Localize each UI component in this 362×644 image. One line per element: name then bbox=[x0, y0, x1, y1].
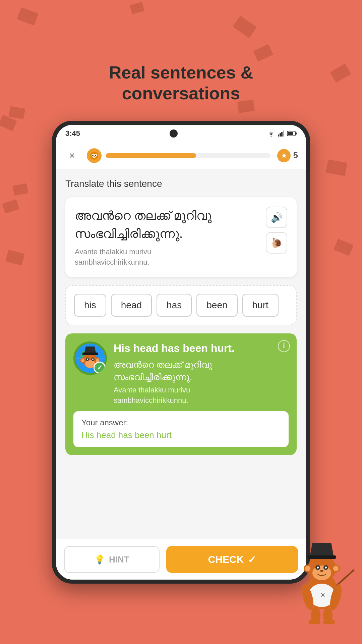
bottom-bar: 💡 HINT CHECK ✓ bbox=[56, 539, 306, 580]
confetti-extra-3 bbox=[2, 199, 19, 214]
svg-point-20 bbox=[87, 359, 88, 360]
svg-point-8 bbox=[90, 152, 98, 160]
svg-point-0 bbox=[270, 136, 272, 137]
mascot-figure: × bbox=[288, 530, 355, 624]
svg-rect-43 bbox=[308, 555, 336, 559]
svg-point-12 bbox=[95, 155, 96, 156]
your-answer-text: His head has been hurt bbox=[81, 430, 281, 440]
check-icon: ✓ bbox=[248, 554, 256, 566]
audio-button[interactable]: 🔊 bbox=[266, 207, 287, 228]
wifi-icon bbox=[267, 130, 275, 137]
coins-container: ★ 5 bbox=[277, 149, 298, 162]
feedback-correct-text: His head has been hurt. bbox=[114, 341, 289, 356]
hint-button[interactable]: 💡 HINT bbox=[64, 546, 160, 573]
progress-bar-bg bbox=[106, 153, 270, 158]
your-answer-box: Your answer: His head has been hurt bbox=[73, 411, 289, 447]
status-bar: 3:45 bbox=[56, 125, 306, 142]
svg-line-45 bbox=[337, 570, 354, 585]
svg-point-23 bbox=[81, 359, 84, 362]
progress-icon bbox=[87, 148, 102, 163]
feedback-card: i bbox=[65, 333, 297, 455]
confetti-4 bbox=[9, 106, 25, 119]
headline: Real sentences & conversations bbox=[0, 62, 362, 104]
main-content: Translate this sentence അവൻറെ തലക്ക് മുറ… bbox=[56, 169, 306, 580]
svg-point-38 bbox=[320, 570, 323, 572]
sentence-text: അവൻറെ തലക്ക് മുറിവു സംഭവിച്ചിരിക്കുന്നു.… bbox=[75, 207, 260, 268]
slow-audio-button[interactable]: 🐌 bbox=[266, 232, 287, 254]
progress-container bbox=[87, 148, 270, 163]
word-tile-head[interactable]: head bbox=[111, 294, 152, 317]
svg-rect-1 bbox=[278, 135, 279, 137]
time-display: 3:45 bbox=[65, 129, 80, 138]
svg-point-36 bbox=[317, 567, 319, 569]
hint-label: HINT bbox=[109, 554, 129, 565]
svg-rect-3 bbox=[281, 132, 283, 137]
svg-rect-6 bbox=[288, 132, 293, 135]
close-button[interactable]: × bbox=[64, 148, 80, 164]
your-answer-label: Your answer: bbox=[81, 418, 281, 427]
progress-bar-fill bbox=[106, 153, 196, 158]
top-nav: × ★ 5 bbox=[56, 142, 306, 169]
svg-point-11 bbox=[92, 155, 94, 156]
hint-icon: 💡 bbox=[94, 554, 105, 565]
phone-frame: 3:45 bbox=[52, 121, 310, 584]
coin-icon: ★ bbox=[277, 149, 291, 162]
svg-point-40 bbox=[305, 566, 310, 571]
sentence-card: അവൻറെ തലക്ക് മുറിവു സംഭവിച്ചിരിക്കുന്നു.… bbox=[65, 197, 297, 277]
word-tiles-area: hisheadhasbeenhurt bbox=[65, 285, 297, 325]
confetti-extra-4 bbox=[334, 239, 353, 256]
svg-point-21 bbox=[92, 359, 94, 360]
camera-notch bbox=[170, 129, 178, 138]
confetti-0 bbox=[17, 7, 39, 26]
confetti-8 bbox=[5, 250, 25, 266]
status-icons bbox=[267, 130, 297, 137]
confetti-extra-2 bbox=[326, 159, 347, 176]
feedback-text: His head has been hurt. അവൻറെ തലക്ക് മുറ… bbox=[114, 341, 289, 406]
svg-marker-27 bbox=[84, 346, 96, 353]
svg-point-42 bbox=[333, 566, 339, 571]
phone-screen: 3:45 bbox=[56, 125, 306, 580]
svg-marker-44 bbox=[310, 543, 334, 555]
check-badge: ✓ bbox=[94, 362, 106, 374]
confetti-3 bbox=[253, 44, 273, 62]
word-tile-his[interactable]: his bbox=[74, 294, 106, 317]
battery-icon bbox=[287, 130, 297, 137]
svg-rect-26 bbox=[82, 353, 98, 355]
feedback-romanized: Avante thalakku murivu sambhavicchirikku… bbox=[114, 385, 289, 406]
feedback-translation: അവൻറെ തലക്ക് മുറിവു സംഭവിച്ചിരിക്കുന്നു. bbox=[114, 359, 289, 383]
check-button[interactable]: CHECK ✓ bbox=[166, 546, 298, 573]
sentence-malayalam: അവൻറെ തലക്ക് മുറിവു സംഭവിച്ചിരിക്കുന്നു. bbox=[75, 207, 260, 243]
check-label: CHECK bbox=[208, 554, 244, 565]
feedback-top: ✓ His head has been hurt. അവൻറെ തലക്ക് മ… bbox=[73, 341, 289, 406]
confetti-6 bbox=[13, 183, 28, 196]
svg-rect-4 bbox=[283, 130, 284, 137]
confetti-1 bbox=[130, 2, 144, 14]
monkey-avatar: ✓ bbox=[73, 341, 107, 375]
word-tile-hurt[interactable]: hurt bbox=[242, 294, 279, 317]
audio-controls: 🔊 🐌 bbox=[266, 207, 287, 254]
svg-point-37 bbox=[325, 567, 327, 569]
svg-rect-7 bbox=[296, 132, 297, 135]
word-tile-been[interactable]: been bbox=[196, 294, 237, 317]
svg-text:×: × bbox=[320, 590, 325, 599]
word-tile-has[interactable]: has bbox=[157, 294, 192, 317]
task-label: Translate this sentence bbox=[65, 178, 297, 189]
svg-rect-2 bbox=[280, 133, 281, 137]
info-icon[interactable]: i bbox=[278, 340, 290, 352]
coin-count: 5 bbox=[293, 150, 298, 161]
confetti-2 bbox=[233, 15, 257, 38]
signal-icon bbox=[278, 130, 285, 137]
sentence-romanized: Avante thalakku murivu sambhavicchirikku… bbox=[75, 247, 260, 268]
svg-point-33 bbox=[312, 566, 331, 580]
